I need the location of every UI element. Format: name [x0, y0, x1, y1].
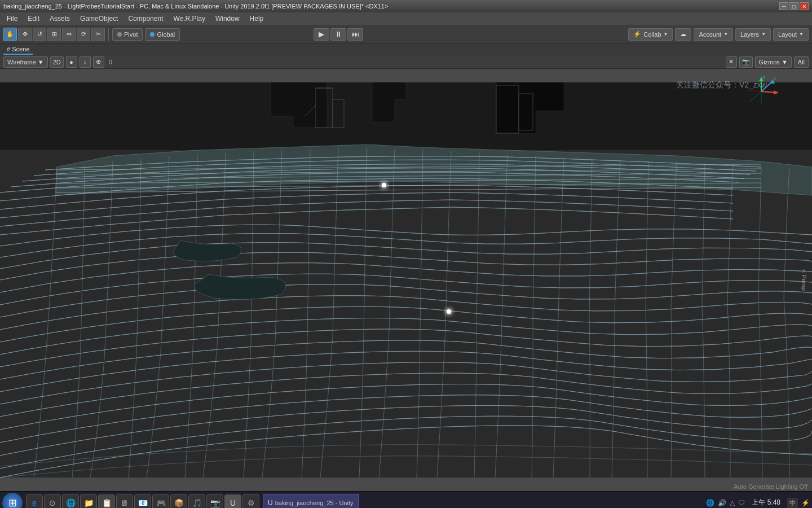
layers-button[interactable]: Layers ▼ [735, 28, 771, 41]
camera-button[interactable]: 📷 [739, 56, 753, 68]
right-toolbar: ⚡ Collab ▼ ☁ Account ▼ Layers ▼ Layout ▼ [628, 28, 809, 41]
all-dropdown[interactable]: All [794, 56, 809, 68]
network-tray-icon[interactable]: 🌐 [706, 499, 714, 507]
scale-tool-button[interactable]: ⊞ [47, 28, 61, 41]
viewport[interactable]: 关注微信公众号：V2_zxw Z Y X [0, 69, 812, 491]
gizmos-label: Gizmos [759, 59, 780, 65]
taskbar-unity-icon[interactable]: U [224, 494, 241, 508]
gizmos-arrow: ▼ [782, 59, 788, 65]
close-button[interactable]: ✕ [800, 2, 809, 10]
svg-text:Z: Z [774, 76, 777, 81]
menu-item-we.r.play[interactable]: We.R.Play [169, 14, 209, 24]
svg-line-14 [761, 91, 775, 93]
language-indicator[interactable]: 中 [787, 498, 798, 509]
play-controls: ▶ ⏸ ⏭ [314, 28, 363, 41]
menu-item-file[interactable]: File [2, 14, 22, 24]
taskbar-icon-13[interactable]: ⚙ [242, 494, 259, 508]
scene-number: 0 [107, 59, 114, 65]
maximize-button[interactable]: □ [789, 2, 798, 10]
hand-tool-button[interactable]: ✋ [3, 28, 17, 41]
pivot-label: Pivot [124, 31, 138, 38]
menu-item-gameobject[interactable]: GameObject [76, 14, 122, 24]
menu-item-edit[interactable]: Edit [23, 14, 44, 24]
collab-icon: ⚡ [633, 30, 641, 38]
menu-item-component[interactable]: Component [123, 14, 167, 24]
persp-label: < Persp [801, 269, 807, 291]
right-scene-controls: ✕ 📷 Gizmos ▼ All [726, 56, 809, 68]
terrain-wireframe [0, 69, 812, 491]
active-window-label: baking_jiaocheng_25 - Unity [275, 500, 354, 506]
taskbar-folder-icon[interactable]: 📁 [80, 494, 97, 508]
unity-icon: U [268, 499, 273, 507]
taskbar-chrome-icon[interactable]: 🌐 [62, 494, 79, 508]
step-button[interactable]: ⏭ [347, 28, 363, 41]
taskbar-mail-icon[interactable]: 📧 [134, 494, 151, 508]
sep-1 [108, 28, 109, 41]
active-window-button[interactable]: U baking_jiaocheng_25 - Unity [263, 494, 359, 508]
svg-text:X: X [776, 90, 778, 95]
taskbar-icon-8[interactable]: 🎮 [152, 494, 169, 508]
play-button[interactable]: ▶ [314, 28, 329, 41]
audio-toggle[interactable]: ♪ [80, 56, 91, 68]
layout-arrow: ▼ [799, 32, 804, 37]
render-mode-label: Wireframe [7, 59, 36, 65]
volume-tray-icon[interactable]: 🔊 [718, 499, 726, 507]
account-arrow: ▼ [723, 32, 728, 37]
auto-lighting-label: Auto Generate Lighting Off [729, 482, 812, 491]
layout-button[interactable]: Layout ▼ [773, 28, 809, 41]
rect-tool-button[interactable]: ⇔ [62, 28, 76, 41]
menu-item-assets[interactable]: Assets [45, 14, 74, 24]
transform-tool-button[interactable]: ⟳ [77, 28, 90, 41]
close-scene-button[interactable]: ✕ [726, 56, 737, 68]
axis-gizmo: Z Y X [744, 75, 778, 108]
show-desktop-icon[interactable]: △ [730, 499, 735, 507]
taskbar-icon-2[interactable]: ⊙ [44, 494, 61, 508]
pivot-dot [117, 32, 122, 37]
security-tray-icon[interactable]: 🛡 [738, 499, 745, 507]
layout-label: Layout [778, 31, 797, 38]
scene-tab[interactable]: # Scene [3, 45, 33, 55]
transform-tools: ✋ ✥ ↺ ⊞ ⇔ ⟳ ✂ [3, 28, 105, 41]
cloud-button[interactable]: ☁ [675, 28, 691, 41]
start-button[interactable]: ⊞ [2, 493, 23, 508]
layers-label: Layers [740, 31, 759, 38]
collab-arrow: ▼ [664, 32, 668, 37]
light-toggle[interactable]: ● [66, 56, 77, 68]
taskbar-icon-11[interactable]: 📷 [206, 494, 223, 508]
render-mode-arrow: ▼ [38, 59, 44, 65]
svg-line-17 [750, 91, 761, 102]
clock-time: 上午 5:48 [752, 498, 780, 507]
move-tool-button[interactable]: ✥ [18, 28, 32, 41]
taskbar-icon-5[interactable]: 📋 [98, 494, 115, 508]
global-dot [150, 32, 155, 37]
svg-line-19 [747, 90, 761, 91]
system-clock[interactable]: 上午 5:48 [748, 497, 784, 508]
taskbar-icon-9[interactable]: 📦 [170, 494, 187, 508]
minimize-button[interactable]: ─ [779, 2, 788, 10]
cloud-icon: ☁ [680, 30, 686, 38]
custom-tool-button[interactable]: ✂ [91, 28, 105, 41]
gizmos-dropdown[interactable]: Gizmos ▼ [755, 56, 792, 68]
battery-icon[interactable]: ⚡ [801, 499, 810, 507]
rotate-tool-button[interactable]: ↺ [33, 28, 46, 41]
menu-item-help[interactable]: Help [245, 14, 268, 24]
pause-button[interactable]: ⏸ [330, 28, 346, 41]
taskbar-icon-10[interactable]: 🎵 [188, 494, 205, 508]
menu-item-window[interactable]: Window [211, 14, 244, 24]
scene-tab-bar: # Scene [0, 44, 812, 55]
title-bar: baking_jiaocheng_25 - LightProbesTutoria… [0, 0, 812, 12]
layers-arrow: ▼ [761, 32, 766, 37]
probe-dot-1 [382, 183, 386, 187]
taskbar-ie-icon[interactable]: e [26, 494, 43, 508]
collab-button[interactable]: ⚡ Collab ▼ [628, 28, 673, 41]
render-mode-dropdown[interactable]: Wireframe ▼ [3, 56, 48, 68]
taskbar-right: 🌐 🔊 △ 🛡 上午 5:48 中 ⚡ [706, 497, 810, 508]
start-icon: ⊞ [8, 497, 17, 508]
taskbar-icon-6[interactable]: 🖥 [116, 494, 133, 508]
effects-toggle[interactable]: ⊕ [93, 56, 104, 68]
account-button[interactable]: Account ▼ [694, 28, 733, 41]
2d-button[interactable]: 2D [50, 56, 64, 68]
collab-label: Collab [643, 31, 661, 38]
pivot-button[interactable]: Pivot [112, 28, 143, 41]
global-button[interactable]: Global [145, 28, 180, 41]
